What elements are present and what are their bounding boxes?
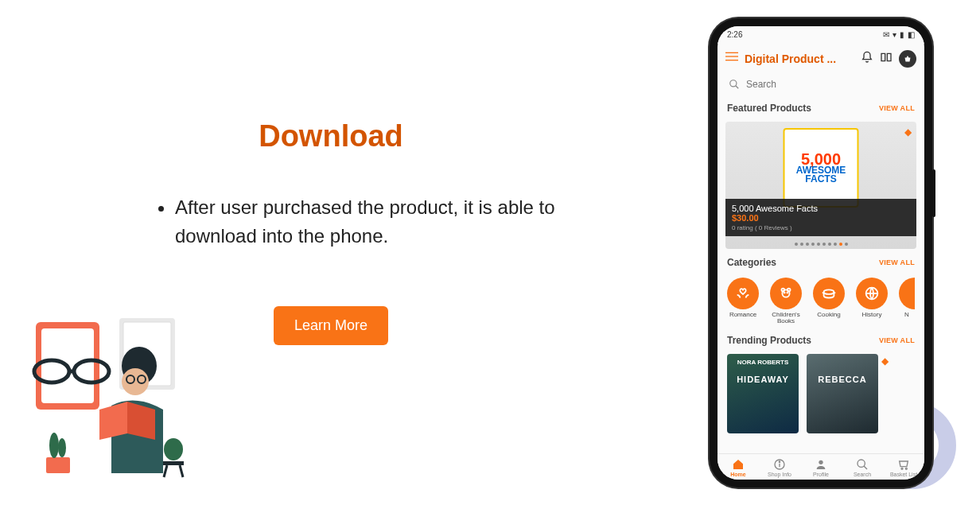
svg-rect-13: [163, 461, 184, 465]
trending-heading: Trending Products: [727, 335, 811, 346]
status-bar: 2:26 ✉ ▾ ▮ ◧: [718, 26, 924, 44]
svg-point-7: [49, 433, 59, 458]
premium-icon: ◆: [881, 355, 889, 435]
svg-point-26: [787, 292, 788, 293]
featured-heading: Featured Products: [727, 103, 811, 114]
nav-home[interactable]: Home: [718, 454, 759, 480]
battery-icon: ◧: [908, 30, 915, 39]
bullet-item: After user purchased the product, it is …: [175, 193, 598, 251]
trending-view-all[interactable]: VIEW ALL: [879, 336, 915, 344]
hands-heart-icon: [734, 285, 752, 302]
book-cover: 5,000 AWESOME FACTS: [784, 128, 859, 208]
svg-line-14: [164, 465, 167, 477]
svg-point-27: [824, 289, 834, 294]
globe-icon: [863, 285, 881, 302]
categories-heading: Categories: [727, 257, 776, 268]
svg-point-32: [819, 460, 822, 464]
category-childrens[interactable]: Children's Books: [770, 278, 802, 326]
svg-point-8: [58, 438, 66, 457]
svg-rect-19: [725, 60, 738, 60]
nav-search[interactable]: Search: [842, 454, 883, 480]
page-heading: Download: [16, 119, 646, 153]
nav-shop-info[interactable]: Shop Info: [759, 454, 800, 480]
home-icon: [732, 458, 745, 471]
premium-icon: ◆: [904, 126, 912, 138]
svg-point-31: [779, 461, 780, 462]
search-icon: [729, 79, 740, 90]
svg-rect-18: [725, 56, 738, 56]
svg-rect-17: [725, 52, 738, 53]
trending-card[interactable]: REBECCA: [807, 354, 878, 433]
svg-point-25: [784, 292, 785, 293]
featured-rating: 0 rating ( 0 Reviews ): [732, 224, 910, 231]
app-title: Digital Product ...: [745, 52, 854, 65]
search-icon: [856, 458, 869, 471]
categories-view-all[interactable]: VIEW ALL: [879, 258, 915, 266]
trending-card[interactable]: NORA ROBERTS HIDEAWAY: [727, 354, 799, 433]
featured-name: 5,000 Awesome Facts: [732, 204, 910, 213]
bottom-nav: Home Shop Info Profile Search: [718, 453, 924, 480]
teddy-icon: [777, 285, 795, 302]
mail-icon: ✉: [883, 30, 889, 39]
category-cooking[interactable]: Cooking: [813, 278, 845, 326]
svg-point-33: [858, 460, 865, 467]
reader-illustration: [16, 306, 191, 481]
wifi-icon: ▾: [892, 30, 896, 39]
menu-icon[interactable]: [725, 50, 738, 67]
pot-icon: [820, 285, 838, 302]
category-history[interactable]: History: [856, 278, 888, 326]
svg-rect-6: [46, 457, 70, 473]
status-time: 2:26: [727, 30, 742, 39]
cart-icon: [897, 458, 910, 471]
search-input[interactable]: [746, 79, 913, 90]
feature-bullets: After user purchased the product, it is …: [16, 193, 646, 251]
bell-icon[interactable]: [861, 51, 873, 67]
svg-point-36: [905, 468, 907, 469]
phone-mockup: 2:26 ✉ ▾ ▮ ◧ Digital Product ...: [710, 18, 932, 488]
basket-icon[interactable]: [899, 50, 916, 68]
nav-profile[interactable]: Profile: [800, 454, 842, 480]
profile-icon: [815, 458, 827, 471]
svg-point-20: [730, 80, 737, 86]
featured-card[interactable]: ◆ 5,000 AWESOME FACTS 5,000 Awesome Fact…: [725, 122, 916, 249]
category-partial[interactable]: N: [899, 278, 915, 326]
svg-point-16: [164, 438, 183, 460]
svg-line-15: [180, 465, 183, 477]
svg-point-35: [901, 468, 903, 469]
info-icon: [773, 458, 786, 471]
svg-line-21: [736, 85, 739, 88]
svg-point-24: [782, 289, 789, 297]
signal-icon: ▮: [900, 30, 904, 39]
carousel-dots[interactable]: [725, 243, 916, 246]
featured-price: $30.00: [732, 213, 910, 223]
book-icon[interactable]: [880, 51, 892, 67]
category-romance[interactable]: Romance: [727, 278, 759, 326]
featured-view-all[interactable]: VIEW ALL: [879, 104, 915, 112]
svg-line-34: [864, 466, 867, 469]
learn-more-button[interactable]: Learn More: [274, 306, 388, 345]
nav-basket[interactable]: Basket List: [883, 454, 924, 480]
